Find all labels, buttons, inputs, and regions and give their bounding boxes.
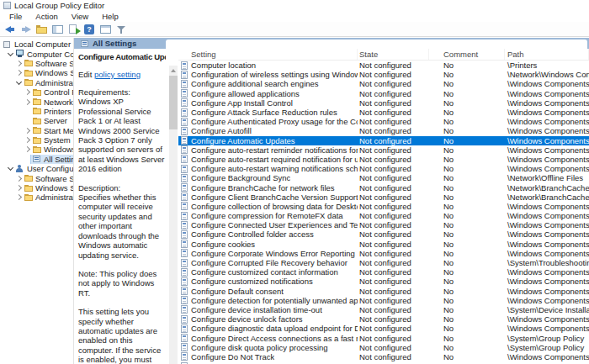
- window-icon[interactable]: [99, 24, 113, 35]
- description-scrollbar[interactable]: [169, 66, 178, 364]
- tree-item-windows-settings[interactable]: Windows Settings: [0, 68, 73, 77]
- settings-row[interactable]: Configure Client BranchCache Version Sup…: [178, 193, 589, 202]
- settings-row[interactable]: Configure Connected User Experiences and…: [178, 220, 589, 229]
- settings-row[interactable]: Configure disk quota policy processingNo…: [178, 343, 589, 352]
- settings-row[interactable]: Configure customized contact information…: [178, 267, 589, 277]
- tree-item-software-settings[interactable]: Software Settings: [0, 173, 73, 182]
- state-cell: Not configured: [358, 70, 429, 79]
- settings-row[interactable]: Configure collection of browsing data fo…: [178, 202, 589, 211]
- settings-row[interactable]: Configure Authenticated Proxy usage for …: [178, 117, 589, 126]
- settings-row[interactable]: Configure Corrupted File Recovery behavi…: [178, 258, 589, 267]
- settings-row[interactable]: Configure detection for potentially unwa…: [178, 296, 589, 305]
- folder-icon: [32, 107, 41, 115]
- settings-row[interactable]: Configure Do Not TrackNot configuredNo\W…: [178, 352, 589, 361]
- settings-row[interactable]: Configure auto-restart required notifica…: [178, 155, 589, 164]
- chevron-down-icon[interactable]: [7, 50, 14, 58]
- console-tree-icon[interactable]: [51, 24, 65, 35]
- tree-item-administrative-templates[interactable]: Administrative Templates: [0, 78, 73, 87]
- menu-help[interactable]: Help: [95, 11, 125, 22]
- settings-row[interactable]: Configure allowed applicationsNot config…: [178, 89, 589, 98]
- tree-item-all-settings[interactable]: All Settings: [0, 155, 73, 164]
- filter-icon[interactable]: [115, 24, 129, 35]
- tree-item-windows-settings[interactable]: Windows Settings: [0, 183, 73, 193]
- policy-setting-link[interactable]: policy setting: [94, 70, 141, 79]
- settings-row[interactable]: Configure auto-restart reminder notifica…: [178, 145, 589, 155]
- header-tab-label: All Settings: [93, 39, 136, 48]
- settings-row[interactable]: Configure Default consentNot configuredN…: [178, 287, 589, 296]
- settings-row[interactable]: Computer locationNot configuredNo\Printe…: [178, 61, 589, 70]
- chevron-right-icon[interactable]: [24, 88, 31, 96]
- tree-item-windows-components[interactable]: Windows Components: [0, 145, 73, 154]
- chevron-down-icon[interactable]: [15, 79, 23, 87]
- settings-row[interactable]: Configure customized notificationsNot co…: [178, 277, 589, 286]
- settings-row[interactable]: Configure AutofillNot configuredNo\Windo…: [178, 126, 589, 135]
- scrollbar-thumb[interactable]: [169, 76, 178, 129]
- setting-name-cell: Configure additional search engines: [178, 79, 358, 88]
- policy-icon: [181, 174, 188, 182]
- tree-item-server[interactable]: Server: [0, 116, 73, 125]
- export-list-icon[interactable]: [67, 24, 81, 35]
- menu-action[interactable]: Action: [29, 11, 64, 22]
- tree-item-user-configuration[interactable]: User Configuration: [0, 164, 73, 173]
- column-header-state[interactable]: State: [358, 49, 429, 60]
- path-cell: \Printers: [505, 61, 589, 70]
- settings-row[interactable]: Configure additional search enginesNot c…: [178, 79, 589, 88]
- state-cell: Not configured: [358, 211, 429, 220]
- settings-row[interactable]: Configure Attack Surface Reduction rules…: [178, 108, 589, 117]
- menu-view[interactable]: View: [65, 11, 95, 22]
- chevron-right-icon[interactable]: [24, 98, 31, 106]
- scroll-up-arrow-icon[interactable]: [169, 66, 178, 75]
- settings-row[interactable]: Configure diagnostic data upload endpoin…: [178, 324, 589, 333]
- path-cell: \Network\BranchCache: [505, 193, 589, 202]
- back-icon[interactable]: [3, 24, 17, 35]
- column-header-comment[interactable]: Comment: [429, 49, 505, 60]
- tree-item-administrative-templates[interactable]: Administrative Templates: [0, 193, 73, 202]
- setting-name-cell: Computer location: [178, 61, 358, 70]
- tree-item-network[interactable]: Network: [0, 97, 73, 106]
- settings-row[interactable]: Configure cookiesNot configuredNo\Window…: [178, 240, 589, 249]
- policy-icon: [181, 277, 188, 286]
- chevron-right-icon[interactable]: [15, 69, 23, 76]
- tree-item-computer-configuration[interactable]: Computer Configuration: [0, 49, 73, 58]
- comment-cell: No: [429, 220, 505, 229]
- chevron-right-icon[interactable]: [24, 127, 31, 135]
- settings-row[interactable]: Configure auto-restart warning notificat…: [178, 164, 589, 173]
- comment-cell: No: [429, 61, 505, 70]
- tree-item-printers[interactable]: Printers: [0, 107, 73, 116]
- chevron-down-icon[interactable]: [7, 165, 14, 172]
- tree-item-system[interactable]: System: [0, 135, 73, 145]
- setting-name-cell: Configure auto-restart required notifica…: [178, 155, 358, 164]
- chevron-right-icon[interactable]: [15, 60, 23, 67]
- settings-row[interactable]: Configure compression for RemoteFX dataN…: [178, 211, 589, 220]
- policy-icon: [181, 145, 188, 154]
- forward-icon[interactable]: [19, 24, 33, 35]
- settings-row[interactable]: Configure App Install ControlNot configu…: [178, 98, 589, 108]
- settings-row[interactable]: Configure Automatic UpdatesNot configure…: [178, 136, 589, 145]
- settings-row[interactable]: Configure Controlled folder accessNot co…: [178, 229, 589, 239]
- tree-item-start-menu-and-taskbar[interactable]: Start Menu and Taskbar: [0, 126, 73, 135]
- settings-row[interactable]: Configure device installation time-outNo…: [178, 305, 589, 314]
- settings-row[interactable]: Configure Background SyncNot configuredN…: [178, 173, 589, 182]
- setting-name: Configure Background Sync: [191, 173, 290, 182]
- path-cell: \Network\BranchCache: [505, 183, 589, 193]
- chevron-right-icon[interactable]: [15, 193, 23, 201]
- settings-row[interactable]: Configure Direct Access connections as a…: [178, 333, 589, 342]
- setting-name: Configure Controlled folder access: [191, 229, 314, 239]
- chevron-right-icon[interactable]: [15, 175, 23, 182]
- settings-row[interactable]: Configure BranchCache for network filesN…: [178, 182, 589, 192]
- settings-row[interactable]: Configure device unlock factorsNot confi…: [178, 314, 589, 324]
- folder-icon[interactable]: [35, 24, 49, 35]
- menu-file[interactable]: File: [3, 11, 29, 22]
- settings-row[interactable]: Configuration of wireless settings using…: [178, 70, 589, 79]
- chevron-right-icon[interactable]: [24, 136, 31, 144]
- settings-row[interactable]: Configure Corporate Windows Error Report…: [178, 249, 589, 258]
- chevron-right-icon[interactable]: [24, 145, 31, 153]
- chevron-right-icon[interactable]: [15, 184, 23, 192]
- help-icon[interactable]: [83, 24, 97, 35]
- tree-item-control-panel[interactable]: Control Panel: [0, 87, 73, 97]
- tree-item-local-computer-policy[interactable]: Local Computer Policy: [0, 40, 73, 49]
- column-header-path[interactable]: Path: [505, 49, 589, 60]
- chevron-spacer: [24, 156, 31, 163]
- column-header-setting[interactable]: Setting: [178, 49, 358, 60]
- tree-item-software-settings[interactable]: Software Settings: [0, 59, 73, 68]
